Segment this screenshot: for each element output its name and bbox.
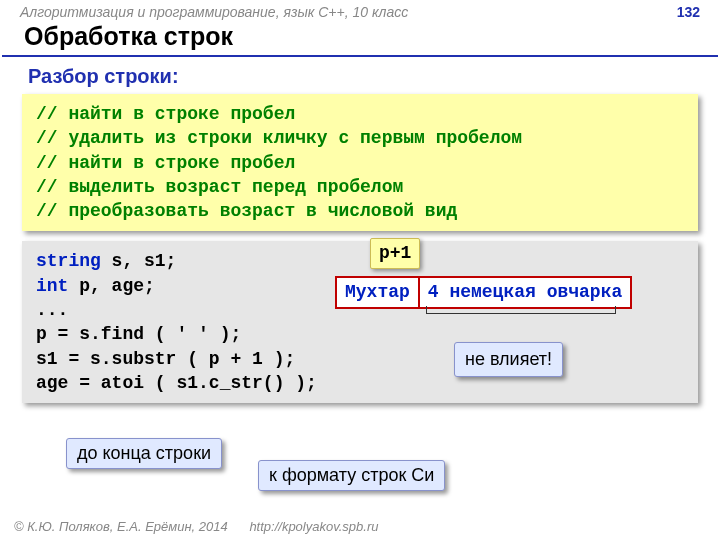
course-label: Алгоритмизация и программирование, язык …: [20, 4, 408, 20]
string-cell-name: Мухтар: [335, 276, 420, 308]
footer: © К.Ю. Поляков, Е.А. Ерёмин, 2014 http:/…: [14, 519, 378, 534]
copyright: © К.Ю. Поляков, Е.А. Ерёмин, 2014: [14, 519, 228, 534]
footer-url: http://kpolyakov.spb.ru: [249, 519, 378, 534]
code-box: string s, s1; int p, age; ... p = s.find…: [22, 241, 698, 403]
code-line: p = s.find ( ' ' );: [36, 322, 684, 346]
brace-icon: [426, 306, 616, 314]
example-string: Мухтар 4 немецкая овчарка: [335, 276, 632, 308]
code-line: string s, s1;: [36, 249, 684, 273]
string-cell-rest: 4 немецкая овчарка: [420, 276, 632, 308]
comment-line: // удалить из строки кличку с первым про…: [36, 126, 684, 150]
comment-line: // найти в строке пробел: [36, 102, 684, 126]
no-effect-callout: не влияет!: [454, 342, 563, 376]
code-line: s1 = s.substr ( p + 1 );: [36, 347, 684, 371]
comments-box: // найти в строке пробел // удалить из с…: [22, 94, 698, 231]
to-end-callout: до конца строки: [66, 438, 222, 469]
comment-line: // выделить возраст перед пробелом: [36, 175, 684, 199]
page-number: 132: [677, 4, 700, 20]
code-line: age = atoi ( s1.c_str() );: [36, 371, 684, 395]
page-title: Обработка строк: [2, 20, 718, 57]
header-bar: Алгоритмизация и программирование, язык …: [0, 0, 720, 20]
p-plus-1-label: p+1: [370, 238, 420, 268]
c-format-callout: к формату строк Си: [258, 460, 445, 491]
section-label: Разбор строки:: [0, 63, 720, 94]
comment-line: // найти в строке пробел: [36, 151, 684, 175]
comment-line: // преобразовать возраст в числовой вид: [36, 199, 684, 223]
